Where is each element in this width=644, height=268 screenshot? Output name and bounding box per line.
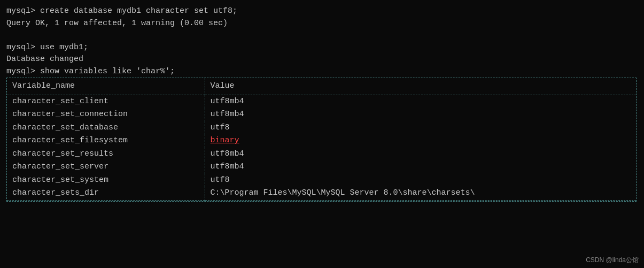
bottom-border-right [205, 200, 636, 201]
watermark: CSDN @linda公馆 [586, 255, 639, 265]
table-bottom-border-row [7, 200, 636, 201]
var-name-6: character_set_server [7, 160, 205, 174]
table-body: character_set_client utf8mb4 character_s… [7, 95, 636, 201]
var-value-2: utf8mb4 [205, 108, 636, 121]
table-row: character_set_system utf8 [7, 174, 636, 187]
command-line-2: mysql> use mydb1; [6, 42, 638, 54]
var-name-4: character_set_filesystem [7, 134, 205, 148]
var-name-5: character_set_results [7, 148, 205, 161]
var-name-1: character_set_client [7, 95, 205, 108]
table-row: character_set_server utf8mb4 [7, 160, 636, 174]
col-header-value: Value [205, 78, 636, 95]
var-value-4: binary [205, 134, 636, 148]
var-name-2: character_set_connection [7, 108, 205, 121]
var-value-8: C:\Program Files\MySQL\MySQL Server 8.0\… [205, 187, 636, 200]
result-line-1: Query OK, 1 row affected, 1 warning (0.0… [6, 18, 638, 30]
data-table: Variable_name Value character_set_client… [7, 78, 636, 201]
col-header-variable-name: Variable_name [7, 78, 205, 95]
binary-value: binary [211, 136, 239, 145]
var-value-5: utf8mb4 [205, 148, 636, 161]
table-row: character_set_database utf8 [7, 121, 636, 135]
var-value-6: utf8mb4 [205, 160, 636, 174]
var-value-1: utf8mb4 [205, 95, 636, 108]
bottom-border-left [7, 200, 205, 201]
var-value-7: utf8 [205, 174, 636, 187]
table-row: character_sets_dir C:\Program Files\MySQ… [7, 187, 636, 200]
table-row: character_set_connection utf8mb4 [7, 108, 636, 121]
results-table: Variable_name Value character_set_client… [6, 78, 637, 202]
result-line-2: Database changed [6, 53, 638, 66]
var-value-3: utf8 [205, 121, 636, 135]
var-name-3: character_set_database [7, 121, 205, 135]
var-name-7: character_set_system [7, 174, 205, 187]
command-line-1: mysql> create database mydb1 character s… [6, 5, 638, 18]
var-name-8: character_sets_dir [7, 187, 205, 200]
spacer-line [6, 29, 638, 42]
table-row: character_set_filesystem binary [7, 134, 636, 148]
terminal: mysql> create database mydb1 character s… [0, 0, 644, 268]
command-line-3: mysql> show variables like 'char%'; [6, 66, 638, 78]
table-header-row: Variable_name Value [7, 78, 636, 95]
table-row: character_set_results utf8mb4 [7, 148, 636, 161]
table-row: character_set_client utf8mb4 [7, 95, 636, 108]
